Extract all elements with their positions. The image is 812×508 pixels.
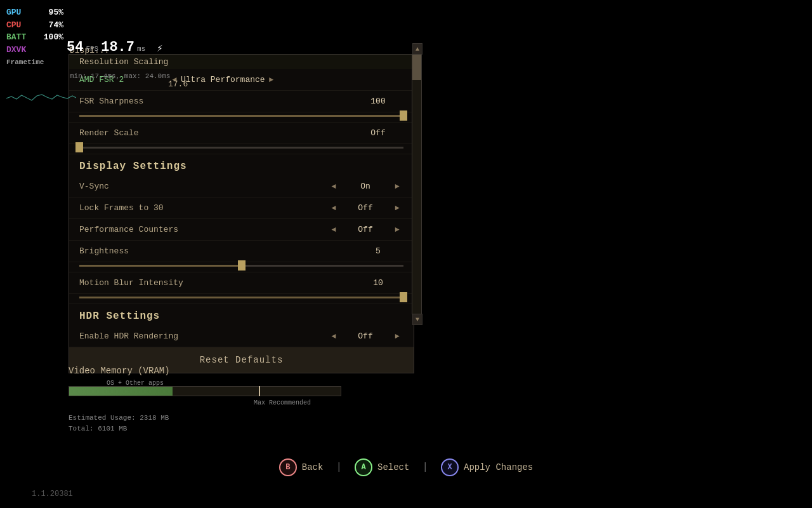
brightness-row[interactable]: Brightness 5: [69, 241, 414, 262]
back-button[interactable]: B Back: [279, 458, 324, 476]
select-label: Select: [377, 462, 409, 472]
motion-blur-slider-row[interactable]: [69, 294, 414, 304]
perf-counters-row[interactable]: Performance Counters ◄ Off ►: [69, 219, 414, 241]
separator-2: |: [422, 462, 428, 473]
b-circle: B: [279, 458, 297, 476]
fps-value: 54: [67, 39, 83, 55]
apply-label: Apply Changes: [464, 462, 533, 472]
motion-blur-slider-thumb[interactable]: [400, 292, 407, 302]
frametime-minmax: min: 17.4ms, max: 24.0ms: [70, 72, 170, 80]
frametime-graph: [6, 89, 76, 103]
settings-panel: Resolution Scaling AMD FSR 2 ◄ Ultra Per…: [69, 54, 414, 373]
hud-batt-label: BATT: [6, 31, 26, 44]
bottom-controls: B Back | A Select | X Apply Changes: [0, 458, 812, 476]
vram-title: Video Memory (VRAM): [69, 366, 354, 376]
settings-scrollbar[interactable]: ▲ ▼: [412, 54, 422, 314]
hdr-value: Off: [340, 331, 391, 341]
vram-max-marker: [259, 386, 260, 396]
scrollbar-thumb[interactable]: [412, 55, 421, 80]
display-settings-header: Display Settings: [69, 154, 414, 176]
render-scale-value: Off: [353, 128, 403, 138]
render-scale-row[interactable]: Render Scale Off: [69, 123, 414, 144]
perf-counters-label: Performance Counters: [79, 225, 327, 234]
render-scale-slider-track[interactable]: [79, 147, 403, 149]
select-button[interactable]: A Select: [355, 458, 409, 476]
motion-blur-value: 10: [353, 278, 403, 288]
hdr-arrow-left[interactable]: ◄: [327, 332, 340, 341]
perf-counters-value: Off: [340, 225, 391, 234]
motion-blur-label: Motion Blur Intensity: [79, 278, 353, 288]
hdr-row[interactable]: Enable HDR Rendering ◄ Off ►: [69, 326, 414, 347]
vram-bar-fill: [69, 387, 173, 396]
brightness-slider-fill: [79, 265, 242, 267]
vram-bar-container: OS + Other apps Max Recommended: [69, 380, 341, 396]
hud-cpu-value: 74%: [49, 19, 63, 32]
vram-max-label: Max Recommended: [254, 399, 311, 406]
lock-frames-arrow-right[interactable]: ►: [391, 204, 403, 213]
bolt-icon: ⚡: [157, 42, 163, 55]
fsr-arrow-right[interactable]: ►: [265, 76, 278, 84]
render-scale-slider-thumb[interactable]: [75, 142, 83, 152]
motion-blur-row[interactable]: Motion Blur Intensity 10: [69, 272, 414, 294]
fps-display: 54 FPS 18.7 ms: [67, 39, 145, 55]
hdr-settings-header: HDR Settings: [69, 304, 414, 326]
brightness-slider-row[interactable]: [69, 262, 414, 272]
scrollbar-arrow-down[interactable]: ▼: [412, 314, 422, 325]
render-scale-label: Render Scale: [79, 128, 353, 138]
apply-changes-button[interactable]: X Apply Changes: [441, 458, 533, 476]
hud-cpu-label: CPU: [6, 19, 21, 32]
version-label: 1.1.20381: [32, 490, 73, 498]
perf-counters-arrow-left[interactable]: ◄: [327, 225, 340, 234]
vram-bar: [69, 386, 341, 396]
hud-batt-value: 100%: [44, 31, 63, 44]
vsync-arrow-right[interactable]: ►: [391, 182, 403, 191]
hud-overlay: GPU 95% CPU 74% BATT 100% DXVK Frametime: [6, 6, 63, 69]
back-label: Back: [302, 462, 324, 472]
fsr-sharpness-value: 100: [353, 97, 403, 106]
fps-unit: FPS: [86, 45, 98, 53]
hud-dxvk-label: DXVK: [6, 44, 26, 57]
brightness-slider-track[interactable]: [79, 265, 403, 267]
fsr-sharpness-slider-row[interactable]: [69, 112, 414, 123]
brightness-value: 5: [353, 246, 403, 256]
hdr-label: Enable HDR Rendering: [79, 331, 327, 341]
lock-frames-arrow-left[interactable]: ◄: [327, 204, 340, 213]
vram-stats: Estimated Usage: 2318 MB Total: 6101 MB: [69, 413, 354, 435]
a-circle: A: [355, 458, 372, 476]
frametime-number: 17.6: [168, 79, 188, 89]
vsync-row[interactable]: V-Sync ◄ On ►: [69, 176, 414, 197]
scrollbar-arrow-up[interactable]: ▲: [412, 43, 422, 55]
ms-value: 18.7: [101, 39, 134, 55]
fsr-sharpness-label: FSR Sharpness: [79, 97, 353, 106]
motion-blur-slider-fill: [79, 297, 403, 298]
lock-frames-row[interactable]: Lock Frames to 30 ◄ Off ►: [69, 197, 414, 219]
vram-total: Total: 6101 MB: [69, 424, 354, 435]
vram-estimated: Estimated Usage: 2318 MB: [69, 413, 354, 424]
hud-frametime-label: Frametime: [6, 58, 44, 66]
vsync-arrow-left[interactable]: ◄: [327, 182, 340, 191]
vsync-value: On: [340, 182, 391, 191]
lock-frames-value: Off: [340, 203, 391, 213]
brightness-slider-thumb[interactable]: [238, 260, 246, 271]
hud-gpu-label: GPU: [6, 6, 21, 19]
render-scale-slider-row[interactable]: [69, 144, 414, 154]
lock-frames-label: Lock Frames to 30: [79, 203, 327, 213]
fsr-sharpness-slider-thumb[interactable]: [400, 110, 407, 121]
resolution-scaling-header: Resolution Scaling: [69, 55, 414, 69]
separator-1: |: [336, 462, 342, 473]
motion-blur-slider-track[interactable]: [79, 297, 403, 298]
fsr-sharpness-row[interactable]: FSR Sharpness 100: [69, 91, 414, 112]
fsr-sharpness-slider-track[interactable]: [79, 115, 403, 117]
brightness-label: Brightness: [79, 246, 353, 256]
x-circle: X: [441, 458, 459, 476]
fsr-sharpness-slider-fill: [79, 115, 403, 117]
fsr-preset-value: Ultra Performance: [181, 75, 265, 84]
ms-unit: ms: [137, 45, 145, 53]
vsync-label: V-Sync: [79, 182, 327, 191]
hud-gpu-value: 95%: [49, 6, 63, 19]
vram-section: Video Memory (VRAM) OS + Other apps Max …: [69, 366, 354, 435]
perf-counters-arrow-right[interactable]: ►: [391, 225, 403, 234]
hdr-arrow-right[interactable]: ►: [391, 332, 403, 341]
